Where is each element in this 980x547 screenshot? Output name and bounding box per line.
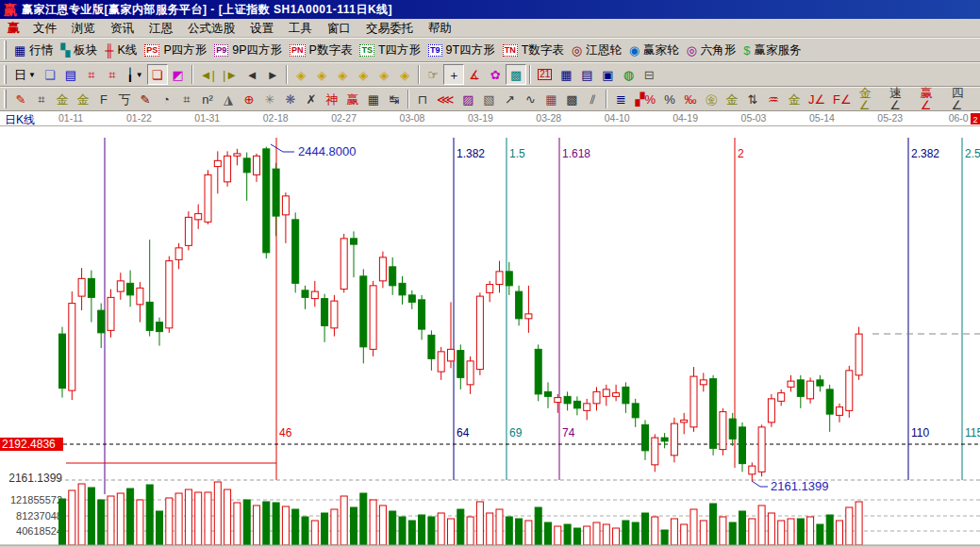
angle-tool-button[interactable]: ◮ xyxy=(218,89,239,109)
candle-style-button-dropdown-icon[interactable]: ▼ xyxy=(136,71,143,79)
period-day-button[interactable]: 日▼ xyxy=(10,64,40,85)
menu-item-1[interactable]: 浏览 xyxy=(64,22,103,35)
lattice-button[interactable]: ▦ xyxy=(540,89,561,109)
calculator-button[interactable]: ▦ xyxy=(556,64,576,85)
brush-tool-button[interactable]: ✎ xyxy=(135,89,156,109)
ruler-tool-button[interactable]: ⌗ xyxy=(31,89,52,109)
shen-ruler-button[interactable]: 神 xyxy=(322,89,342,109)
kline-chart[interactable]: 日K线01-1101-2201-3102-1802-2703-0803-1903… xyxy=(0,112,980,547)
toolbar-grip[interactable] xyxy=(4,41,7,59)
menu-item-8[interactable]: 交易委托 xyxy=(358,22,421,35)
brain-tool-button[interactable]: ▩ xyxy=(506,64,526,85)
notebook-button[interactable]: ▤ xyxy=(576,64,597,85)
menu-item-7[interactable]: 窗口 xyxy=(320,22,358,35)
zoom-right-diamond-button[interactable]: ◈ xyxy=(311,64,332,85)
p9-square-button[interactable]: P99P四方形 xyxy=(210,40,286,60)
percent-button[interactable]: % xyxy=(659,89,680,109)
flower-tool-button[interactable]: ✿ xyxy=(485,64,506,85)
scale-list-button[interactable]: ≣ xyxy=(610,89,631,109)
last-page-button[interactable]: |► xyxy=(219,64,241,85)
ma3-button[interactable]: ⌗ xyxy=(81,64,102,85)
toolbar-grip[interactable] xyxy=(4,65,7,84)
n2-ruler-button[interactable]: n² xyxy=(197,89,218,109)
pattern-red-button[interactable]: ❏ xyxy=(147,64,168,85)
target-tool-button[interactable]: ⊕ xyxy=(239,89,259,109)
overlay-button[interactable]: ❏ xyxy=(40,64,60,85)
f-angle-button[interactable]: F∠ xyxy=(829,89,855,109)
zoom-out-diamond-button[interactable]: ◈ xyxy=(374,64,394,85)
prev-button[interactable]: ◄ xyxy=(241,64,262,85)
f-ruler-button[interactable]: F xyxy=(93,89,114,109)
menu-item-0[interactable]: 文件 xyxy=(25,22,64,35)
s-ruler-button[interactable]: 丂 xyxy=(114,89,135,109)
speed-angle-button[interactable]: 速∠ xyxy=(886,89,917,109)
ying-ruler-button[interactable]: 赢 xyxy=(342,89,363,109)
winner-service-button[interactable]: $赢家服务 xyxy=(739,40,805,60)
zigzag-button[interactable]: ∿ xyxy=(520,89,540,109)
next-button[interactable]: ► xyxy=(262,64,283,85)
wave-gold-button[interactable]: ♒ xyxy=(763,89,784,109)
quotes-button[interactable]: ▦行情 xyxy=(10,40,57,60)
flag-pen-button[interactable]: ⇅ xyxy=(742,89,763,109)
gold-ruler2-button[interactable]: 金 xyxy=(73,89,93,109)
menu-item-2[interactable]: 资讯 xyxy=(103,22,141,35)
pan-hand-button[interactable]: ☞ xyxy=(423,64,443,85)
pencil-tool-button[interactable]: ✎ xyxy=(10,89,31,109)
period-day-button-dropdown-icon[interactable]: ▼ xyxy=(28,71,36,79)
frame-tool-button[interactable]: ⊓ xyxy=(412,89,433,109)
j-angle-button[interactable]: J∠ xyxy=(805,89,829,109)
candle-style-button[interactable]: ╽▼ xyxy=(123,64,147,85)
percent-line-button[interactable]: ‰ xyxy=(680,89,701,109)
crosshair-button[interactable]: ＋ xyxy=(443,64,464,85)
gold-circle-button[interactable]: ㊎ xyxy=(701,89,722,109)
lattice2-button[interactable]: ▩ xyxy=(561,89,582,109)
compass-tool-button[interactable]: ◔ xyxy=(156,89,176,109)
winner-wheel-button[interactable]: ◉赢家轮 xyxy=(625,40,683,60)
t-number-button[interactable]: TNT数字表 xyxy=(499,40,568,60)
trend-arrow-button[interactable]: ↗ xyxy=(499,89,520,109)
menu-item-4[interactable]: 公式选股 xyxy=(180,22,242,35)
p-number-button[interactable]: PNP数字表 xyxy=(286,40,356,60)
menu-item-5[interactable]: 设置 xyxy=(242,22,281,35)
flag-chart-button[interactable]: ◩ xyxy=(168,64,189,85)
gold-line-button[interactable]: 金 xyxy=(722,89,742,109)
info-button[interactable]: ▤ xyxy=(60,64,81,85)
gold-angle-button[interactable]: 金∠ xyxy=(855,89,887,109)
export-button[interactable]: ◍ xyxy=(618,64,639,85)
sectors-button[interactable]: ▚板块 xyxy=(57,40,101,60)
ma9-button[interactable]: ⌗ xyxy=(102,64,123,85)
shade-grid-button[interactable]: ▧ xyxy=(478,89,499,109)
angle-measure-button[interactable]: ∡ xyxy=(464,64,485,85)
tick-ruler-button[interactable]: ⌗ xyxy=(176,89,197,109)
grid123-button[interactable]: ▦ xyxy=(363,89,384,109)
toolbar-grip[interactable] xyxy=(4,90,7,108)
web-grid-button[interactable]: ❋ xyxy=(280,89,301,109)
first-page-button[interactable]: ◄| xyxy=(196,64,219,85)
percent-zone-button[interactable]: ▞% xyxy=(631,89,659,109)
four-angle-button[interactable]: 四∠ xyxy=(947,89,978,109)
star-grid-button[interactable]: ✳ xyxy=(259,89,280,109)
fan-grid-button[interactable]: ▨ xyxy=(457,89,478,109)
menu-item-3[interactable]: 江恩 xyxy=(141,22,180,35)
zoom-all-diamond-button[interactable]: ◈ xyxy=(394,64,415,85)
menu-item-9[interactable]: 帮助 xyxy=(421,22,459,35)
save-button[interactable]: ▣ xyxy=(597,64,618,85)
gold-ruler1-button[interactable]: 金 xyxy=(52,89,73,109)
parallel-button[interactable]: ⫽ xyxy=(582,89,603,109)
t-square-button[interactable]: TST四方形 xyxy=(356,40,424,60)
p-square-button[interactable]: PSP四方形 xyxy=(141,40,210,60)
ying-angle-button[interactable]: 赢∠ xyxy=(917,89,948,109)
gann-wheel-button[interactable]: ◎江恩轮 xyxy=(568,40,625,60)
span-arrow-button[interactable]: ↹ xyxy=(384,89,405,109)
kline-button[interactable]: ╫K线 xyxy=(101,40,141,60)
zoom-in-diamond-button[interactable]: ◈ xyxy=(353,64,374,85)
zoom-h-diamond-button[interactable]: ◈ xyxy=(332,64,353,85)
gold-bar-button[interactable]: 金 xyxy=(784,89,805,109)
hexagon-button[interactable]: ◎六角形 xyxy=(682,40,739,60)
t9-square-button[interactable]: T99T四方形 xyxy=(424,40,499,60)
fan-lines-button[interactable]: ⋘ xyxy=(433,89,457,109)
zoom-left-diamond-button[interactable]: ◈ xyxy=(291,64,311,85)
quote-mark-button[interactable]: ✗ xyxy=(301,89,322,109)
print-button[interactable]: ⊟ xyxy=(639,64,659,85)
menu-item-6[interactable]: 工具 xyxy=(281,22,320,35)
